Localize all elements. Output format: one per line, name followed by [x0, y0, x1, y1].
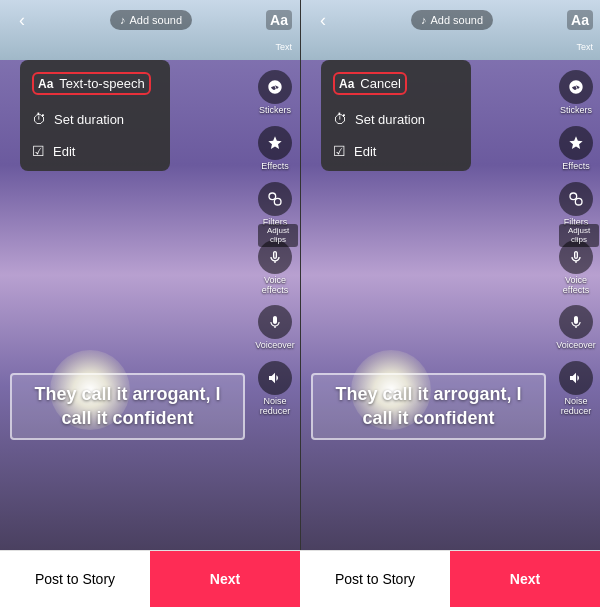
edit-icon-left: ☑ — [32, 143, 45, 159]
cancel-icon: Aa — [339, 77, 354, 91]
tts-label: Text-to-speech — [59, 76, 144, 91]
duration-label-right: Set duration — [355, 112, 425, 127]
stickers-btn-left[interactable]: Stickers — [258, 66, 292, 120]
add-sound-label-right: Add sound — [430, 14, 483, 26]
voiceover-icon-right — [559, 305, 593, 339]
aa-label: Aa — [270, 12, 288, 28]
text-tool-left[interactable]: Aa — [266, 10, 292, 30]
right-panel: ‹ ♪ Add sound Aa Text Stickers — [301, 0, 600, 550]
stickers-label-left: Stickers — [259, 106, 291, 116]
music-note-icon-right: ♪ — [421, 14, 427, 26]
effects-icon-left — [258, 126, 292, 160]
bottom-bar: Post to Story Next Post to Story Next — [0, 550, 600, 607]
edit-item-left[interactable]: ☑ Edit — [20, 135, 170, 167]
top-bar-right: ‹ ♪ Add sound Aa — [301, 0, 600, 40]
effects-label-left: Effects — [261, 162, 288, 172]
set-duration-item-right[interactable]: ⏱ Set duration — [321, 103, 471, 135]
edit-icon-right: ☑ — [333, 143, 346, 159]
voiceover-icon-left — [258, 305, 292, 339]
music-note-icon: ♪ — [120, 14, 126, 26]
cancel-item[interactable]: Aa Cancel — [321, 64, 471, 103]
duration-icon-left: ⏱ — [32, 111, 46, 127]
noise-reducer-label-left: Noisereducer — [260, 397, 291, 417]
left-panel: ‹ ♪ Add sound Aa Text Stickers — [0, 0, 300, 550]
voiceover-label-right: Voiceover — [556, 341, 596, 351]
svg-point-2 — [274, 198, 281, 205]
edit-label-right: Edit — [354, 144, 376, 159]
post-story-btn-right[interactable]: Post to Story — [300, 551, 450, 607]
voiceover-btn-right[interactable]: Voiceover — [556, 301, 596, 355]
effects-btn-right[interactable]: Effects — [559, 122, 593, 176]
stickers-btn-right[interactable]: Stickers — [559, 66, 593, 120]
dropdown-menu-left: Aa Text-to-speech ⏱ Set duration ☑ Edit — [20, 60, 170, 171]
adjust-clips-right: Adjust clips — [559, 224, 599, 247]
effects-btn-left[interactable]: Effects — [258, 122, 292, 176]
right-sidebar-left: Stickers Effects Filters Adjust clips — [250, 40, 300, 550]
voice-effects-label-right: Voiceeffects — [563, 276, 589, 296]
stickers-icon-right — [559, 70, 593, 104]
set-duration-item-left[interactable]: ⏱ Set duration — [20, 103, 170, 135]
voiceover-btn-left[interactable]: Voiceover — [255, 301, 295, 355]
svg-point-4 — [570, 193, 577, 200]
add-sound-left[interactable]: ♪ Add sound — [110, 10, 192, 30]
noise-reducer-btn-right[interactable]: Noisereducer — [559, 357, 593, 421]
text-to-speech-box: Aa Text-to-speech — [32, 72, 151, 95]
noise-reducer-icon-right — [559, 361, 593, 395]
noise-reducer-btn-left[interactable]: Noisereducer — [258, 357, 292, 421]
duration-label-left: Set duration — [54, 112, 124, 127]
cancel-box: Aa Cancel — [333, 72, 407, 95]
svg-point-1 — [269, 193, 276, 200]
noise-reducer-icon-left — [258, 361, 292, 395]
voiceover-label-left: Voiceover — [255, 341, 295, 351]
svg-point-5 — [575, 198, 582, 205]
post-story-btn-left[interactable]: Post to Story — [0, 551, 150, 607]
next-btn-left[interactable]: Next — [150, 551, 300, 607]
filters-icon-right — [559, 182, 593, 216]
bottom-section-right: Post to Story Next — [300, 550, 600, 607]
text-overlay-left: They call it arrogant, I call it confide… — [10, 373, 245, 440]
add-sound-label: Add sound — [129, 14, 182, 26]
edit-item-right[interactable]: ☑ Edit — [321, 135, 471, 167]
text-tool-right[interactable]: Aa — [567, 10, 593, 30]
filters-icon-left — [258, 182, 292, 216]
adjust-clips-left: Adjust clips — [258, 224, 298, 247]
edit-label-left: Edit — [53, 144, 75, 159]
cancel-label: Cancel — [360, 76, 400, 91]
back-button-right[interactable]: ‹ — [309, 6, 337, 34]
effects-icon-right — [559, 126, 593, 160]
aa-label-right: Aa — [571, 12, 589, 28]
effects-label-right: Effects — [562, 162, 589, 172]
back-button-left[interactable]: ‹ — [8, 6, 36, 34]
top-bar-left: ‹ ♪ Add sound Aa — [0, 0, 300, 40]
add-sound-right[interactable]: ♪ Add sound — [411, 10, 493, 30]
text-overlay-right: They call it arrogant, I call it confide… — [311, 373, 546, 440]
next-btn-right[interactable]: Next — [450, 551, 600, 607]
voice-effects-label-left: Voiceeffects — [262, 276, 288, 296]
right-sidebar-right: Stickers Effects Filters Adjust clips — [551, 40, 600, 550]
dropdown-menu-right: Aa Cancel ⏱ Set duration ☑ Edit — [321, 60, 471, 171]
text-to-speech-item[interactable]: Aa Text-to-speech — [20, 64, 170, 103]
tts-icon: Aa — [38, 77, 53, 91]
stickers-label-right: Stickers — [560, 106, 592, 116]
stickers-icon-left — [258, 70, 292, 104]
noise-reducer-label-right: Noisereducer — [561, 397, 592, 417]
bottom-section-left: Post to Story Next — [0, 550, 300, 607]
duration-icon-right: ⏱ — [333, 111, 347, 127]
